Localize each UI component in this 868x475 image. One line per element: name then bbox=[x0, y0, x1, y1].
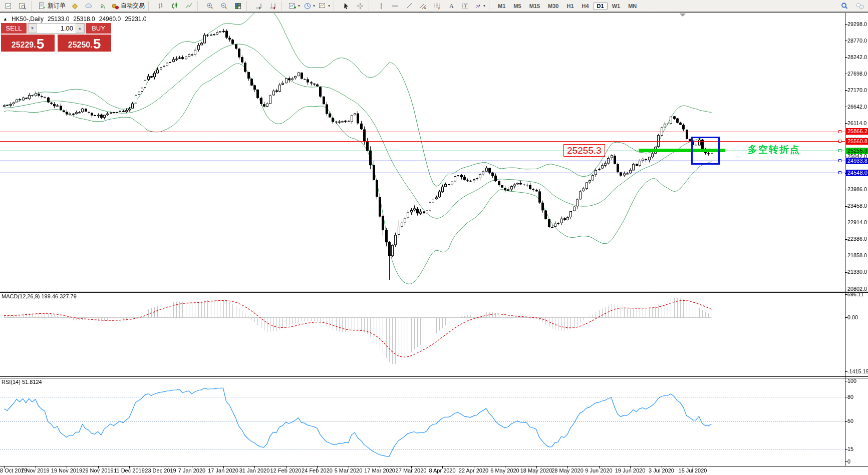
vertical-line-icon bbox=[377, 2, 385, 10]
svg-text:E: E bbox=[424, 7, 426, 10]
timeframe-mn[interactable]: MN bbox=[625, 2, 640, 10]
candlestick-chart-button[interactable] bbox=[168, 1, 181, 12]
timeframe-m1[interactable]: M1 bbox=[494, 2, 509, 10]
trendline-button[interactable] bbox=[402, 1, 416, 12]
toolbar-separator bbox=[489, 2, 492, 11]
chart-area[interactable] bbox=[0, 0, 868, 475]
chat-button[interactable] bbox=[853, 1, 866, 12]
price-axis-tick-label: 26114.0 bbox=[847, 120, 866, 126]
bar-chart-icon bbox=[157, 2, 165, 10]
volume-increase-button[interactable]: ▲ bbox=[76, 24, 84, 33]
data-window-button[interactable] bbox=[16, 1, 29, 12]
rsi-axis-tick-label: 80 bbox=[847, 394, 853, 400]
buy-price-pip: 5 bbox=[93, 37, 101, 51]
cloud-button[interactable] bbox=[82, 1, 95, 12]
fibonacci-button[interactable]: F bbox=[430, 1, 444, 12]
indicators-icon bbox=[288, 2, 297, 10]
svg-text:F: F bbox=[438, 7, 440, 10]
text-label-icon: T bbox=[461, 2, 469, 10]
sell-button[interactable]: SELL bbox=[1, 23, 27, 34]
signals-button[interactable] bbox=[96, 1, 109, 12]
price-axis-tick-label: 22386.0 bbox=[847, 236, 867, 242]
new-order-icon bbox=[38, 2, 46, 10]
text-label-button[interactable]: T bbox=[458, 1, 472, 12]
new-order-label: 新订单 bbox=[48, 2, 66, 10]
sell-price[interactable]: 25229. 5 bbox=[1, 35, 55, 52]
indicators-button[interactable]: ▾ bbox=[287, 1, 302, 12]
dropdown-caret: ▾ bbox=[298, 4, 300, 8]
buy-price-main: 25250. bbox=[68, 39, 93, 51]
line-chart-button[interactable] bbox=[182, 1, 195, 12]
templates-icon bbox=[319, 2, 327, 10]
sell-price-main: 25229. bbox=[12, 39, 36, 51]
autotrading-icon bbox=[111, 2, 119, 10]
auto-scroll-button[interactable] bbox=[252, 1, 265, 12]
buy-button[interactable]: BUY bbox=[86, 23, 111, 34]
data-window-icon bbox=[19, 2, 27, 10]
price-line-tag: 25560.8 bbox=[846, 138, 868, 145]
zoom-out-button[interactable] bbox=[217, 1, 230, 12]
consolidation-box[interactable] bbox=[691, 137, 720, 164]
timeframe-h4[interactable]: H4 bbox=[578, 2, 593, 10]
crosshair-icon bbox=[356, 2, 364, 10]
horizontal-line-button[interactable] bbox=[388, 1, 402, 12]
cursor-icon bbox=[342, 2, 350, 10]
zoom-in-icon bbox=[206, 2, 214, 10]
channel-icon: E bbox=[419, 2, 427, 10]
signals-icon bbox=[99, 2, 107, 10]
timeframe-d1[interactable]: D1 bbox=[594, 2, 608, 10]
rsi-axis-tick-label: 50 bbox=[847, 418, 853, 424]
macd-axis-tick-label: 0.00 bbox=[847, 314, 858, 320]
timeframe-h1[interactable]: H1 bbox=[563, 2, 577, 10]
timeframe-m30[interactable]: M30 bbox=[544, 2, 562, 10]
arrow-tools-icon bbox=[474, 2, 482, 10]
symbol-pointer-icon: ▲ bbox=[3, 17, 8, 22]
timeframe-m15[interactable]: M15 bbox=[526, 2, 543, 10]
metaeditor-button[interactable] bbox=[68, 1, 81, 12]
symbol-period-label: HK50-,Daily bbox=[12, 16, 44, 23]
templates-button[interactable]: ▾ bbox=[317, 1, 332, 12]
zoom-out-icon bbox=[220, 2, 228, 10]
bar-chart-button[interactable] bbox=[154, 1, 167, 12]
zoom-in-button[interactable] bbox=[203, 1, 216, 12]
crosshair-button[interactable] bbox=[353, 1, 367, 12]
periods-button[interactable]: ▾ bbox=[302, 1, 317, 12]
text-button[interactable]: A bbox=[444, 1, 458, 12]
new-chart-button[interactable] bbox=[2, 1, 15, 12]
price-line-tag: 25866.2 bbox=[846, 128, 868, 135]
price-callout-box[interactable]: 25255.3 bbox=[563, 144, 605, 157]
line-chart-icon bbox=[185, 2, 193, 10]
toolbar-separator bbox=[369, 2, 372, 11]
price-axis-tick-label: 28770.0 bbox=[847, 38, 867, 44]
autotrading-button[interactable]: 自动交易 bbox=[110, 1, 146, 12]
toolbar-separator bbox=[197, 2, 201, 11]
buy-price[interactable]: 25250. 5 bbox=[58, 35, 111, 52]
one-click-trade-panel: SELL ▼ ▲ BUY 25229. 5 25250. 5 bbox=[1, 23, 111, 52]
toolbar-separator bbox=[246, 2, 250, 11]
timeframe-m5[interactable]: M5 bbox=[510, 2, 524, 10]
vertical-line-button[interactable] bbox=[374, 1, 388, 12]
arrows-button[interactable]: ▾ bbox=[472, 1, 487, 12]
timeframe-w1[interactable]: W1 bbox=[609, 2, 624, 10]
turning-point-text[interactable]: 多空转折点 bbox=[748, 143, 800, 156]
price-axis-tick-label: 26642.0 bbox=[847, 104, 867, 110]
new-order-button[interactable]: 新订单 bbox=[37, 1, 67, 12]
tile-windows-icon bbox=[234, 2, 242, 10]
chart-shift-button[interactable] bbox=[266, 1, 279, 12]
main-toolbar: 新订单 自动交易 bbox=[0, 0, 868, 12]
volume-decrease-button[interactable]: ▼ bbox=[28, 24, 37, 33]
channel-button[interactable]: E bbox=[416, 1, 430, 12]
volume-input[interactable] bbox=[37, 24, 76, 33]
rsi-axis-tick-label: 15 bbox=[847, 446, 853, 452]
rsi-axis-tick-label: 0 bbox=[847, 458, 850, 464]
ohlc-open: 25133.0 bbox=[48, 16, 69, 23]
chart-shift-icon bbox=[269, 2, 277, 10]
search-icon bbox=[840, 2, 848, 10]
price-axis-tick-label: 29298.0 bbox=[847, 21, 867, 27]
dropdown-caret: ▾ bbox=[328, 4, 330, 8]
search-button[interactable] bbox=[837, 1, 851, 12]
ohlc-high: 25318.0 bbox=[73, 16, 95, 23]
cursor-button[interactable] bbox=[339, 1, 353, 12]
price-axis-tick-label: 21330.0 bbox=[847, 269, 867, 275]
tile-windows-button[interactable] bbox=[231, 1, 244, 12]
